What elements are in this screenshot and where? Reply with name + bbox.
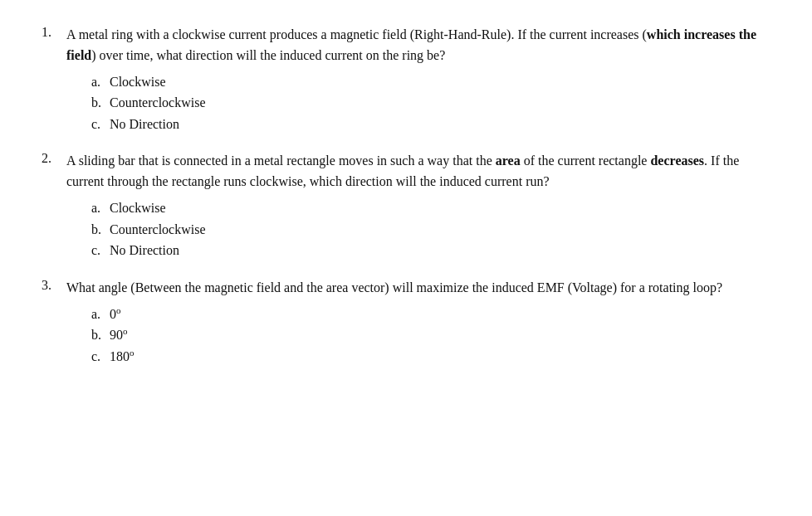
answer-item-1-2: b.Counterclockwise <box>91 92 779 114</box>
question-text-3: What angle (Between the magnetic field a… <box>66 278 779 299</box>
answer-list-3: a.0ob.90oc.180o <box>91 304 779 368</box>
answer-item-3-3: c.180o <box>91 346 779 368</box>
question-content-3: What angle (Between the magnetic field a… <box>66 278 779 368</box>
answer-text-2-1: Clockwise <box>110 197 166 219</box>
answer-text-3-1: 0o <box>110 304 121 325</box>
question-number-2: 2. <box>42 151 66 260</box>
question-text-2: A sliding bar that is connected in a met… <box>66 151 779 192</box>
answer-text-2-2: Counterclockwise <box>110 219 206 241</box>
answer-letter-3-2: b. <box>91 324 110 346</box>
answer-letter-1-1: a. <box>91 71 110 93</box>
answer-item-1-3: c.No Direction <box>91 114 779 135</box>
answer-item-2-1: a.Clockwise <box>91 197 779 219</box>
answer-item-3-1: a.0o <box>91 304 779 325</box>
answer-text-1-1: Clockwise <box>110 71 166 93</box>
answer-letter-3-1: a. <box>91 304 110 325</box>
answer-text-1-2: Counterclockwise <box>110 92 206 114</box>
question-item-2: 2.A sliding bar that is connected in a m… <box>42 151 779 260</box>
answer-text-2-3: No Direction <box>110 240 179 261</box>
answer-item-3-2: b.90o <box>91 324 779 346</box>
answer-item-2-3: c.No Direction <box>91 240 779 261</box>
answer-text-3-3: 180o <box>110 346 135 368</box>
answer-list-2: a.Clockwiseb.Counterclockwisec.No Direct… <box>91 197 779 261</box>
answer-text-3-2: 90o <box>110 324 128 346</box>
answer-letter-2-2: b. <box>91 219 110 241</box>
question-item-1: 1.A metal ring with a clockwise current … <box>42 25 779 134</box>
question-number-3: 3. <box>42 278 66 368</box>
answer-item-2-2: b.Counterclockwise <box>91 219 779 241</box>
question-number-1: 1. <box>42 25 66 134</box>
question-item-3: 3.What angle (Between the magnetic field… <box>42 278 779 368</box>
question-content-2: A sliding bar that is connected in a met… <box>66 151 779 260</box>
answer-item-1-1: a.Clockwise <box>91 71 779 93</box>
question-content-1: A metal ring with a clockwise current pr… <box>66 25 779 134</box>
question-text-1: A metal ring with a clockwise current pr… <box>66 25 779 66</box>
answer-letter-1-3: c. <box>91 114 110 135</box>
answer-letter-2-1: a. <box>91 197 110 219</box>
answer-letter-2-3: c. <box>91 240 110 261</box>
answer-letter-3-3: c. <box>91 346 110 368</box>
answer-letter-1-2: b. <box>91 92 110 114</box>
question-list: 1.A metal ring with a clockwise current … <box>42 25 779 368</box>
answer-list-1: a.Clockwiseb.Counterclockwisec.No Direct… <box>91 71 779 135</box>
answer-text-1-3: No Direction <box>110 114 179 135</box>
